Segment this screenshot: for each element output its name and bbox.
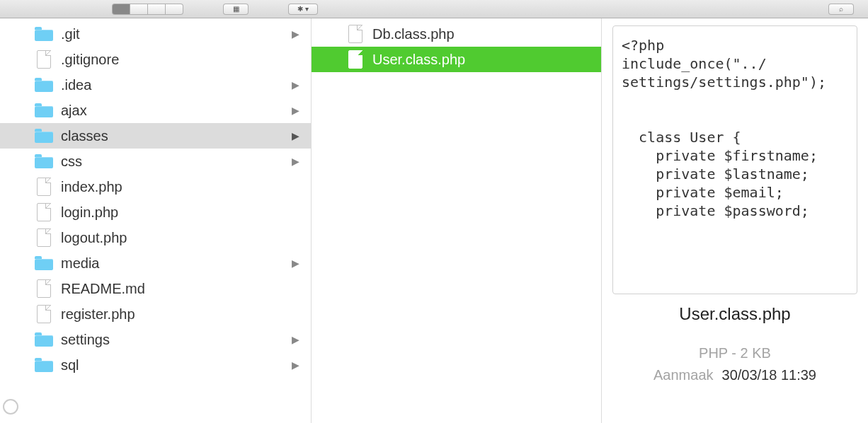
list-item[interactable]: classes▶: [0, 123, 311, 149]
list-item[interactable]: login.php: [0, 199, 311, 225]
preview-meta: PHP - 2 KB: [612, 345, 857, 361]
list-item[interactable]: css▶: [0, 149, 311, 174]
search-segment: ⌕: [828, 4, 854, 15]
chevron-right-icon: ▶: [292, 105, 299, 116]
gear-icon: ✱ ▾: [297, 5, 309, 13]
item-label: .gitignore: [61, 52, 119, 68]
list-item[interactable]: sql▶: [0, 352, 311, 378]
list-item[interactable]: settings▶: [0, 327, 311, 352]
item-label: sql: [61, 357, 79, 373]
item-label: ajax: [61, 103, 87, 119]
column-2: Db.class.phpUser.class.php: [312, 18, 602, 423]
list-item[interactable]: logout.php: [0, 225, 311, 250]
list-item[interactable]: ajax▶: [0, 98, 311, 123]
grid-btn[interactable]: ▦: [224, 4, 248, 14]
main-area: .git▶.gitignore.idea▶ajax▶classes▶css▶in…: [0, 18, 868, 423]
folder-icon: [35, 332, 53, 347]
chevron-right-icon: ▶: [292, 257, 299, 269]
file-icon: [348, 50, 362, 69]
file-icon: [37, 279, 51, 298]
item-label: media: [61, 255, 99, 272]
item-label: login.php: [61, 204, 118, 221]
list-item[interactable]: README.md: [0, 276, 311, 301]
item-label: .idea: [61, 77, 91, 93]
chevron-right-icon: ▶: [292, 28, 299, 40]
folder-icon: [35, 78, 53, 92]
preview-date-value: 30/03/18 11:39: [722, 367, 816, 383]
grid-segment: ▦: [223, 4, 249, 15]
view-gallery-btn[interactable]: [166, 4, 183, 14]
preview-date-label: Aanmaak: [653, 367, 714, 383]
list-item[interactable]: .git▶: [0, 21, 311, 47]
column-1: .git▶.gitignore.idea▶ajax▶classes▶css▶in…: [0, 18, 312, 423]
folder-icon: [35, 358, 53, 372]
list-item[interactable]: .gitignore: [0, 47, 311, 72]
item-label: classes: [61, 128, 108, 144]
item-label: settings: [61, 332, 110, 348]
chevron-right-icon: ▶: [292, 79, 299, 91]
grid-icon: ▦: [233, 5, 239, 13]
item-label: register.php: [61, 306, 135, 323]
folder-icon: [35, 103, 53, 117]
folder-icon: [35, 256, 53, 270]
file-icon: [37, 50, 51, 69]
item-label: README.md: [61, 281, 145, 297]
action-segment: ✱ ▾: [288, 4, 318, 15]
search-icon: ⌕: [839, 5, 843, 13]
chevron-right-icon: ▶: [292, 156, 299, 167]
chevron-right-icon: ▶: [292, 130, 299, 141]
file-icon: [37, 228, 51, 247]
file-icon: [37, 203, 51, 221]
item-label: User.class.php: [372, 52, 465, 68]
view-mode-segment: [112, 4, 183, 15]
preview-date-row: Aanmaak 30/03/18 11:39: [612, 367, 857, 383]
item-label: css: [61, 153, 82, 170]
list-item[interactable]: User.class.php: [312, 47, 601, 72]
preview-content: <?php include_once("../ settings/setting…: [612, 25, 857, 294]
action-btn[interactable]: ✱ ▾: [289, 4, 317, 14]
list-item[interactable]: index.php: [0, 174, 311, 199]
folder-icon: [35, 27, 53, 41]
file-icon: [37, 305, 51, 323]
item-label: logout.php: [61, 230, 127, 246]
file-icon: [37, 178, 51, 196]
item-label: index.php: [61, 179, 122, 195]
list-item[interactable]: register.php: [0, 301, 311, 327]
item-label: Db.class.php: [372, 26, 455, 42]
scroll-indicator: [3, 399, 18, 415]
list-item[interactable]: .idea▶: [0, 72, 311, 98]
file-icon: [348, 25, 362, 43]
list-item[interactable]: Db.class.php: [312, 21, 601, 47]
folder-icon: [35, 129, 53, 143]
preview-title: User.class.php: [612, 304, 857, 324]
search-btn[interactable]: ⌕: [829, 4, 853, 14]
chevron-right-icon: ▶: [292, 359, 299, 371]
item-label: .git: [61, 26, 80, 42]
chevron-right-icon: ▶: [292, 334, 299, 345]
view-icons-btn[interactable]: [148, 4, 165, 14]
view-columns-btn[interactable]: [113, 4, 130, 14]
view-list-btn[interactable]: [130, 4, 147, 14]
folder-icon: [35, 154, 53, 168]
toolbar: ▦ ✱ ▾ ⌕: [0, 0, 868, 18]
preview-pane: <?php include_once("../ settings/setting…: [602, 18, 868, 423]
list-item[interactable]: media▶: [0, 250, 311, 276]
